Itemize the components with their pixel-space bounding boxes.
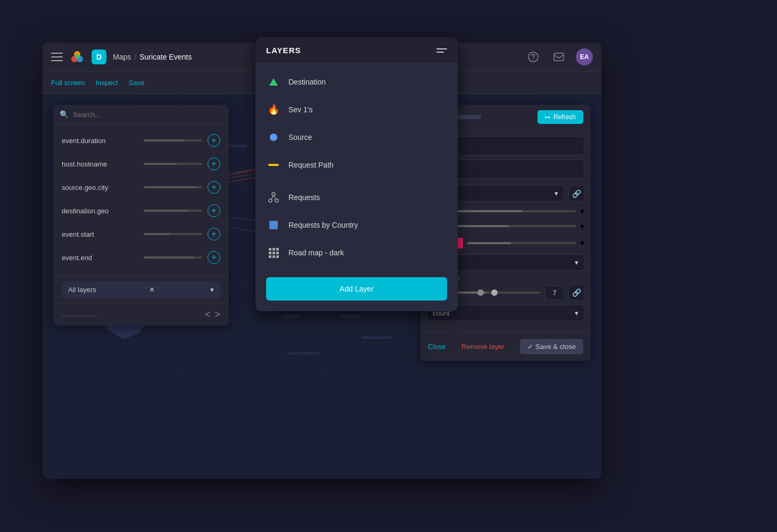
svg-text:MADAGASCAR: MADAGASCAR	[362, 335, 392, 340]
search-icon: 🔍	[60, 110, 69, 119]
refresh-button[interactable]: ↦ Refresh	[538, 110, 583, 124]
layers-header: LAYERS	[255, 37, 458, 64]
border-slider[interactable]	[450, 292, 541, 294]
svg-point-62	[272, 193, 275, 196]
add-layer-button[interactable]: Add Layer	[266, 277, 447, 301]
link-button-1[interactable]: 🔗	[568, 186, 584, 202]
requests-by-country-icon	[266, 218, 281, 232]
right-panel-footer: Close Remove layer ✓ Save & close	[420, 332, 591, 361]
svg-point-63	[269, 199, 272, 202]
save-close-button[interactable]: ✓ Save & close	[520, 339, 583, 354]
top-bar-right: EA	[525, 48, 593, 65]
fullscreen-link[interactable]: Full screen	[51, 79, 85, 87]
list-item[interactable]: event.duration +	[53, 129, 229, 152]
save-link[interactable]: Save	[129, 79, 145, 87]
svg-line-66	[274, 196, 276, 199]
layer-item-source[interactable]: Source	[255, 123, 458, 151]
list-item[interactable]: source.geo.city +	[53, 176, 229, 199]
pagination-dots: ——————	[62, 312, 97, 318]
list-item[interactable]: host.hostname +	[53, 152, 229, 176]
svg-rect-6	[554, 53, 564, 61]
svg-text:ICELAND: ICELAND	[229, 144, 247, 148]
svg-point-64	[275, 199, 278, 202]
add-field-btn[interactable]: +	[208, 204, 220, 217]
help-button[interactable]	[525, 48, 542, 65]
layer-item-road-map[interactable]: Road map - dark	[255, 239, 458, 267]
add-field-btn[interactable]: +	[208, 157, 220, 170]
layers-panel: LAYERS Destination 🔥 Sev 1's	[255, 37, 458, 311]
layer-item-sev1s[interactable]: 🔥 Sev 1's	[255, 96, 458, 123]
requests-icon	[266, 190, 281, 205]
remove-layer-button[interactable]: Remove layer	[461, 343, 504, 351]
mail-button[interactable]	[550, 48, 567, 65]
add-field-btn[interactable]: +	[208, 181, 220, 194]
slider-3[interactable]	[467, 242, 576, 244]
inspect-link[interactable]: Inspect	[96, 79, 118, 87]
slider-2[interactable]	[442, 225, 576, 227]
svg-text:TANZANIA: TANZANIA	[341, 314, 362, 319]
app-logo	[69, 49, 85, 65]
list-item[interactable]: destination.geo +	[53, 199, 229, 222]
sev1s-icon: 🔥	[266, 102, 281, 117]
slider-1[interactable]	[442, 210, 576, 212]
layer-dropdown[interactable]: All layers ✕ ▾	[62, 281, 220, 298]
layer-item-requests[interactable]: Requests	[255, 184, 458, 211]
destination-icon	[266, 74, 281, 89]
border-max[interactable]: 7	[545, 286, 564, 300]
add-field-btn[interactable]: +	[208, 228, 220, 240]
svg-point-5	[533, 59, 534, 60]
layer-divider	[266, 181, 447, 181]
link-button-2[interactable]: 🔗	[568, 285, 584, 301]
prev-button[interactable]: <	[205, 309, 211, 320]
layer-item-requests-by-country[interactable]: Requests by Country	[255, 211, 458, 239]
svg-text:ZAMBIA: ZAMBIA	[282, 314, 298, 319]
layers-menu-icon[interactable]	[436, 48, 447, 53]
layers-list: Destination 🔥 Sev 1's Source	[255, 64, 458, 271]
field-list: event.duration + host.hostname + source.…	[53, 124, 229, 273]
svg-point-3	[75, 54, 79, 59]
list-item[interactable]: event.start +	[53, 222, 229, 246]
request-path-icon	[266, 157, 281, 172]
close-button[interactable]: Close	[428, 343, 445, 351]
d-badge[interactable]: D	[92, 49, 106, 64]
search-bar: 🔍	[53, 105, 229, 124]
next-button[interactable]: >	[214, 309, 220, 320]
layer-item-request-path[interactable]: Request Path	[255, 151, 458, 179]
list-item[interactable]: event.end +	[53, 246, 229, 269]
add-field-btn[interactable]: +	[208, 134, 220, 147]
layer-item-destination[interactable]: Destination	[255, 68, 458, 96]
source-icon	[266, 130, 281, 145]
left-panel: 🔍 event.duration + host.hostname +	[53, 105, 229, 326]
search-input[interactable]	[73, 111, 222, 119]
layers-title: LAYERS	[266, 46, 301, 55]
road-map-icon	[266, 245, 281, 260]
avatar[interactable]: EA	[576, 48, 593, 65]
svg-line-65	[271, 196, 274, 199]
svg-text:SOUTH AFRICA: SOUTH AFRICA	[287, 351, 319, 356]
breadcrumb: Maps / Suricate Events	[113, 53, 192, 61]
menu-icon[interactable]	[51, 53, 63, 61]
add-field-btn[interactable]: +	[208, 251, 220, 264]
